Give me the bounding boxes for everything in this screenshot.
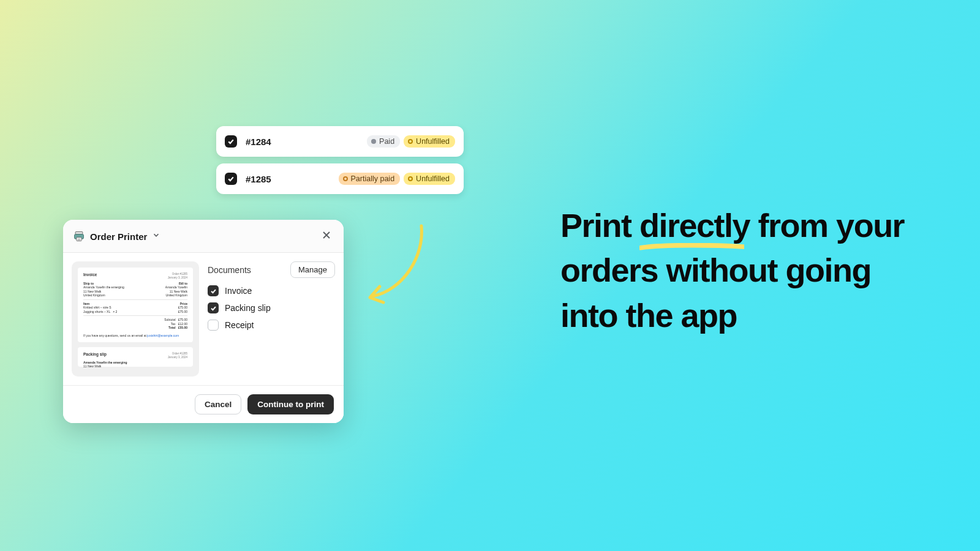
order-id: #1284 bbox=[246, 137, 271, 147]
document-label: Packing slip bbox=[225, 303, 271, 313]
preview-packing-slip: Packing slip Order #1285January 3, 2024 … bbox=[78, 347, 193, 367]
payment-label: Partially paid bbox=[351, 174, 395, 183]
cancel-button[interactable]: Cancel bbox=[195, 394, 241, 414]
continue-button[interactable]: Continue to print bbox=[247, 394, 334, 414]
status-dot-icon bbox=[371, 139, 376, 144]
modal-body: Invoice Order #1285January 3, 2024 Ship … bbox=[63, 253, 344, 385]
modal-title: Order Printer bbox=[90, 231, 147, 242]
fulfillment-label: Unfulfilled bbox=[416, 174, 450, 183]
chevron-down-icon[interactable] bbox=[152, 231, 160, 242]
fulfillment-label: Unfulfilled bbox=[416, 137, 450, 146]
status-ring-icon bbox=[343, 176, 348, 181]
order-badges: Partially paid Unfulfilled bbox=[339, 173, 455, 185]
headline-highlight: directly bbox=[639, 207, 750, 244]
order-id: #1285 bbox=[246, 174, 271, 184]
preview-invoice-title: Invoice bbox=[83, 272, 168, 279]
payment-label: Paid bbox=[379, 137, 394, 146]
order-checkbox[interactable] bbox=[225, 173, 237, 185]
document-label: Receipt bbox=[225, 320, 254, 330]
checkbox-icon[interactable] bbox=[208, 285, 219, 296]
marketing-headline: Print directly from your orders without … bbox=[560, 203, 916, 338]
document-preview: Invoice Order #1285January 3, 2024 Ship … bbox=[72, 261, 199, 377]
document-option-receipt[interactable]: Receipt bbox=[208, 320, 335, 331]
preview-packing-title: Packing slip bbox=[83, 352, 168, 358]
manage-button[interactable]: Manage bbox=[290, 261, 335, 278]
payment-badge: Partially paid bbox=[339, 173, 401, 185]
document-option-packing-slip[interactable]: Packing slip bbox=[208, 302, 335, 313]
modal-header: Order Printer bbox=[63, 220, 344, 253]
document-label: Invoice bbox=[225, 286, 252, 296]
arrow-icon bbox=[360, 223, 434, 315]
close-button[interactable] bbox=[319, 228, 334, 245]
order-checkbox[interactable] bbox=[225, 135, 237, 148]
documents-heading: Documents bbox=[208, 265, 251, 275]
document-list: Documents Manage Invoice Packing slip Re… bbox=[208, 261, 335, 377]
order-printer-modal: Order Printer Invoice Order #1285January… bbox=[63, 220, 344, 423]
fulfillment-badge: Unfulfilled bbox=[404, 173, 455, 185]
order-row[interactable]: #1284 Paid Unfulfilled bbox=[216, 126, 464, 157]
document-option-invoice[interactable]: Invoice bbox=[208, 285, 335, 296]
status-ring-icon bbox=[408, 139, 413, 144]
underline-icon bbox=[639, 243, 744, 250]
order-badges: Paid Unfulfilled bbox=[367, 135, 455, 148]
modal-footer: Cancel Continue to print bbox=[63, 385, 344, 423]
headline-pre: Print bbox=[560, 207, 639, 244]
printer-app-icon bbox=[73, 230, 85, 242]
order-row[interactable]: #1285 Partially paid Unfulfilled bbox=[216, 163, 464, 194]
payment-badge: Paid bbox=[367, 135, 400, 148]
preview-invoice: Invoice Order #1285January 3, 2024 Ship … bbox=[78, 268, 193, 342]
svg-rect-0 bbox=[75, 232, 83, 234]
checkbox-icon[interactable] bbox=[208, 320, 219, 331]
checkbox-icon[interactable] bbox=[208, 302, 219, 313]
status-ring-icon bbox=[408, 176, 413, 181]
fulfillment-badge: Unfulfilled bbox=[404, 135, 455, 148]
